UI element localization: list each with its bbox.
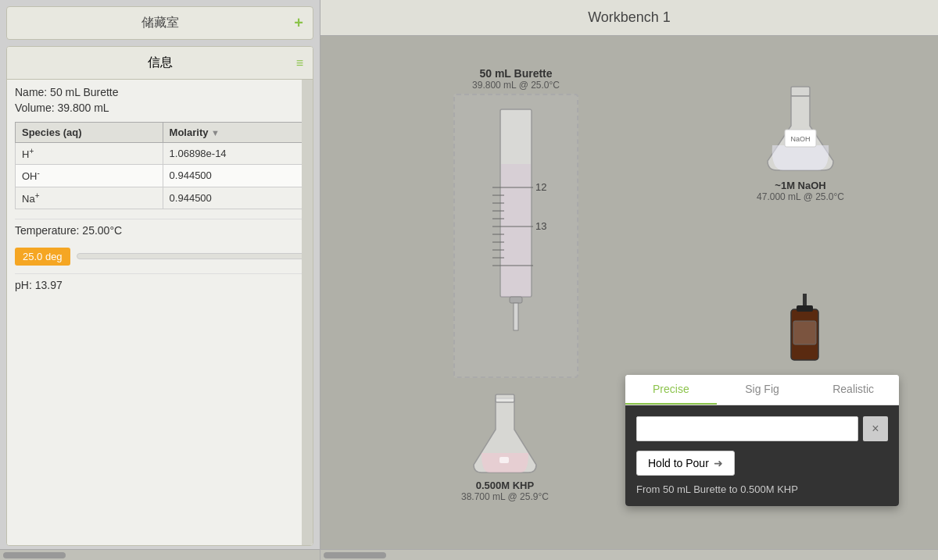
popup-close-button[interactable]: × [863,416,888,441]
molarity-cell: 0.944500 [163,165,304,187]
svg-rect-17 [496,394,514,402]
temp-badge[interactable]: 25.0 deg [15,248,70,266]
col-species: Species (aq) [16,123,163,143]
temperature-slider-row: 25.0 deg [15,248,305,266]
svg-text:12: 12 [535,181,546,193]
workbench-area: 50 mL Burette 39.800 mL @ 25.0°C [320,36,938,549]
temp-slider[interactable] [77,253,305,259]
scroll-bar[interactable] [302,80,313,545]
info-header: 信息 ≡ [7,47,313,80]
right-bottom-scrollbar[interactable] [320,549,938,560]
species-table: Species (aq) Molarity ▼ H+ 1.06898e-14 [15,122,305,209]
species-cell: OH- [16,165,163,187]
tab-realistic[interactable]: Realistic [807,375,899,405]
table-row: H+ 1.06898e-14 [16,143,305,165]
info-volume: Volume: 39.800 mL [15,102,305,114]
add-icon[interactable]: + [294,14,303,32]
svg-rect-16 [514,303,518,330]
burette-dashed-box[interactable]: 12 13 [453,94,578,378]
flask-bottom-name: 0.500M KHP [461,480,549,491]
svg-rect-24 [793,321,816,344]
flask-bottom-container[interactable]: 0.500M KHP 38.700 mL @ 25.9°C [461,391,549,502]
burette-svg: 12 13 [461,102,571,367]
flask-bottom-svg [466,391,544,476]
tab-sigfig[interactable]: Sig Fig [717,375,808,405]
main-layout: 储藏室 + 信息 ≡ Name: 50 mL Burette Volume: 3… [0,0,938,560]
dropper-bottle-svg [787,294,822,372]
tab-precise[interactable]: Precise [625,375,717,405]
svg-rect-15 [510,297,522,303]
flask-bottom-label: 0.500M KHP 38.700 mL @ 25.9°C [461,480,549,502]
workbench-title: Workbench 1 [320,0,938,36]
col-molarity[interactable]: Molarity ▼ [163,123,304,143]
popup-input-row: × [636,416,888,441]
popup-body: × Hold to Pour ➜ From 50 mL Burette to 0… [625,405,899,506]
molarity-cell: 0.944500 [163,187,304,209]
hold-to-pour-button[interactable]: Hold to Pour ➜ [636,451,735,476]
info-content: Name: 50 mL Burette Volume: 39.800 mL Sp… [7,80,313,545]
burette-title: 50 mL Burette [453,67,578,80]
burette-label: 50 mL Burette 39.800 mL @ 25.0°C [453,67,578,91]
info-panel: 信息 ≡ Name: 50 mL Burette Volume: 39.800 … [6,46,313,546]
left-scrollbar[interactable] [0,549,320,560]
burette-subtitle: 39.800 mL @ 25.0°C [453,80,578,91]
species-cell: Na+ [16,187,163,209]
svg-rect-1 [501,164,531,297]
flask-top-right-name: ~1M NaOH [757,180,844,191]
table-row: Na+ 0.944500 [16,187,305,209]
pour-popup: Precise Sig Fig Realistic × Hol [625,375,899,506]
ph-label: pH: 13.97 [15,273,305,296]
popup-tabs: Precise Sig Fig Realistic [625,375,899,405]
svg-rect-18 [499,457,509,463]
pour-arrow-icon: ➜ [714,457,723,469]
temperature-label: Temperature: 25.00°C [15,219,305,241]
dropper-bottle[interactable] [787,294,822,375]
sort-icon: ▼ [211,128,220,137]
burette-container: 50 mL Burette 39.800 mL @ 25.0°C [453,67,578,378]
svg-text:NaOH: NaOH [791,135,811,143]
info-title: 信息 [148,55,173,71]
pour-amount-input[interactable] [636,416,858,441]
svg-rect-25 [797,305,813,312]
flask-top-right-volume: 47.000 mL @ 25.0°C [757,191,844,202]
svg-rect-19 [791,87,810,96]
scrollbar-thumb [3,552,66,558]
right-panel: Workbench 1 50 mL Burette 39.800 mL @ 25… [320,0,938,560]
molarity-cell: 1.06898e-14 [163,143,304,165]
species-cell: H+ [16,143,163,165]
menu-icon[interactable]: ≡ [296,56,303,70]
left-panel: 储藏室 + 信息 ≡ Name: 50 mL Burette Volume: 3… [0,0,320,560]
pour-button-label: Hold to Pour [648,457,709,469]
flask-top-right-label: ~1M NaOH 47.000 mL @ 25.0°C [757,180,844,202]
scrollbar-thumb-right [324,552,386,558]
flask-top-right-svg: NaOH [761,83,840,177]
info-name: Name: 50 mL Burette [15,86,305,98]
flask-bottom-volume: 38.700 mL @ 25.9°C [461,491,549,502]
svg-text:13: 13 [535,220,546,232]
storage-title: 储藏室 [141,15,179,31]
pour-description: From 50 mL Burette to 0.500M KHP [636,483,888,495]
flask-top-right-container[interactable]: NaOH ~1M NaOH 47.000 mL @ 25.0°C [757,83,844,202]
table-row: OH- 0.944500 [16,165,305,187]
storage-header: 储藏室 + [6,6,313,40]
